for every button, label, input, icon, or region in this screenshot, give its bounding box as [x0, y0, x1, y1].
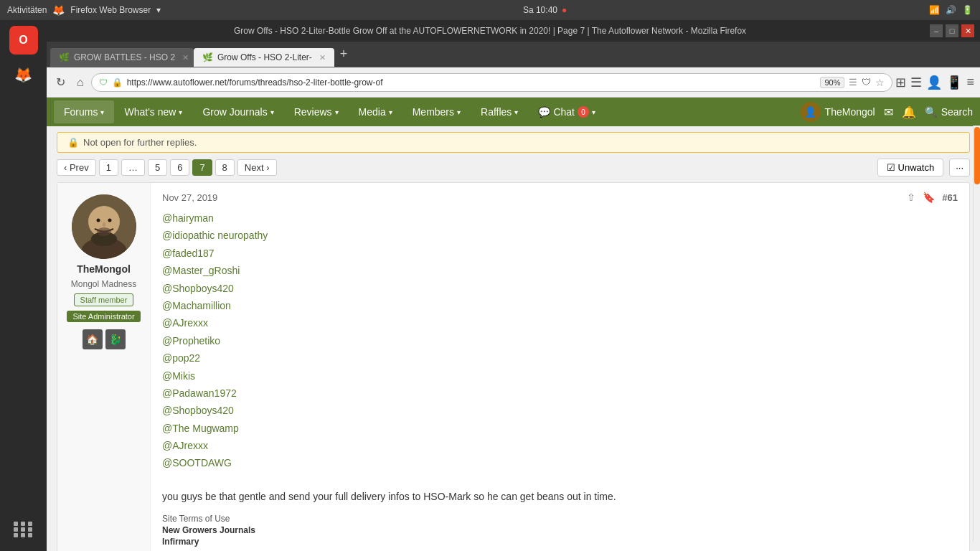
firefox-sidebar-icon[interactable]: 🦊: [9, 60, 38, 89]
os-bar: Aktivitäten 🦊 Firefox Web Browser ▾ Sa 1…: [0, 0, 980, 20]
mention-prophetiko[interactable]: @Prophetiko: [162, 333, 958, 349]
nav-item-media[interactable]: Media ▾: [349, 100, 402, 123]
browser-sidebar: O 🦊: [0, 20, 47, 551]
bell-icon[interactable]: 🔔: [902, 105, 916, 119]
page-button-7-active[interactable]: 7: [192, 159, 212, 176]
star-icon[interactable]: ☆: [875, 77, 885, 88]
lock-icon: 🔒: [112, 77, 123, 88]
page-content: 🔒 Not open for further replies. ‹ Prev 1…: [47, 126, 980, 551]
tab-grow-battles[interactable]: 🌿 GROW BATTLES - HSO 2 ✕: [50, 48, 194, 67]
activities-label[interactable]: Aktivitäten: [7, 5, 47, 15]
mention-machamillion[interactable]: @Machamillion: [162, 298, 958, 314]
user-menu[interactable]: 👤 TheMongol: [801, 102, 875, 122]
mention-shopboys420-1[interactable]: @Shopboys420: [162, 281, 958, 296]
page-button-6[interactable]: 6: [170, 159, 189, 176]
page-button-5[interactable]: 5: [148, 159, 167, 176]
post-61-main-text: you guys be that gentle and send your fu…: [162, 489, 958, 504]
whats-new-arrow-icon: ▾: [179, 108, 182, 116]
mention-the-mugwamp[interactable]: @The Mugwamp: [162, 420, 958, 436]
wifi-icon: 📶: [929, 5, 940, 15]
search-label: Search: [941, 106, 973, 118]
svg-point-4: [96, 219, 100, 222]
tab-favicon-2: 🌿: [202, 52, 213, 62]
forum-nav: Forums ▾ What's new ▾ Grow Journals ▾ Re…: [47, 98, 980, 126]
scrollbar[interactable]: [973, 126, 980, 542]
new-tab-button[interactable]: +: [334, 47, 354, 62]
share-icon[interactable]: ⇧: [907, 192, 915, 203]
mention-mikis[interactable]: @Mikis: [162, 368, 958, 384]
window-controls: – □ ✕: [930, 24, 974, 37]
next-page-button[interactable]: Next ›: [237, 159, 277, 176]
unwatch-label: Unwatch: [898, 162, 935, 173]
nav-extras: ⊞ ☰ 👤 📱 ≡: [895, 75, 974, 90]
account-icon[interactable]: 👤: [926, 75, 942, 90]
close-button[interactable]: ✕: [961, 24, 974, 37]
os-bar-left: Aktivitäten 🦊 Firefox Web Browser ▾: [7, 4, 161, 16]
mention-pop22[interactable]: @pop22: [162, 350, 958, 366]
mention-shopboys420-2[interactable]: @Shopboys420: [162, 402, 958, 418]
new-growers-link[interactable]: New Growers Journals: [162, 525, 958, 535]
page-button-1[interactable]: 1: [99, 159, 118, 176]
firefox-icon: 🦊: [52, 4, 65, 16]
opera-icon[interactable]: O: [9, 26, 38, 55]
raffles-label: Raffles: [481, 106, 512, 118]
nav-item-whats-new[interactable]: What's new ▾: [114, 100, 192, 123]
mention-sootdawg[interactable]: @SOOTDAWG: [162, 455, 958, 471]
menu-icon[interactable]: ≡: [966, 75, 974, 90]
title-bar: Grow Offs - HSO 2-Liter-Bottle Grow Off …: [0, 20, 980, 42]
search-button[interactable]: 🔍 Search: [925, 106, 973, 118]
home-button[interactable]: ⌂: [72, 73, 88, 92]
tab-label-2: Grow Offs - HSO 2-Liter-: [217, 52, 312, 62]
chat-label: Chat: [553, 106, 575, 118]
nav-item-chat[interactable]: 💬 Chat 0 ▾: [528, 100, 606, 123]
minimize-button[interactable]: –: [930, 24, 943, 37]
nav-item-grow-journals[interactable]: Grow Journals ▾: [192, 100, 283, 123]
mention-idiopathic[interactable]: @idiopathic neuropathy: [162, 227, 958, 243]
lock-closed-icon: 🔒: [67, 137, 79, 148]
site-terms-link[interactable]: Site Terms of Use: [162, 514, 958, 524]
url-bar[interactable]: 🛡 🔒 https://www.autoflower.net/forums/th…: [91, 73, 893, 92]
nav-item-forums[interactable]: Forums ▾: [54, 100, 114, 123]
more-options-button[interactable]: ···: [949, 159, 970, 176]
nav-item-members[interactable]: Members ▾: [402, 100, 471, 123]
prev-page-button[interactable]: ‹ Prev: [57, 159, 96, 176]
infirmary-link[interactable]: Infirmary: [162, 537, 958, 547]
tab-close-1[interactable]: ✕: [182, 53, 189, 62]
tab-grow-offs[interactable]: 🌿 Grow Offs - HSO 2-Liter- ✕: [194, 48, 334, 67]
media-label: Media: [359, 106, 386, 118]
post-61-avatar-img: [72, 194, 136, 259]
bookmark-icon[interactable]: 🔖: [923, 192, 935, 203]
grow-journals-arrow-icon: ▾: [270, 108, 274, 116]
tab-close-2[interactable]: ✕: [319, 53, 326, 62]
members-label: Members: [413, 106, 454, 118]
library-icon[interactable]: ⊞: [895, 75, 906, 90]
nav-item-reviews[interactable]: Reviews ▾: [284, 100, 349, 123]
mention-faded187[interactable]: @faded187: [162, 245, 958, 261]
post-61-avatar: [72, 194, 136, 259]
mention-hairyman[interactable]: @hairyman: [162, 210, 958, 226]
whats-new-label: What's new: [124, 106, 176, 118]
post-61-sidebar: TheMongol Mongol Madness Staff member Si…: [57, 183, 151, 551]
user-icons: 🏠 🐉: [83, 329, 126, 349]
tablet-icon[interactable]: 📱: [946, 75, 962, 90]
mention-ajrexxx-1[interactable]: @AJrexxx: [162, 315, 958, 331]
unwatch-button[interactable]: ☑ Unwatch: [877, 159, 944, 176]
page-button-8[interactable]: 8: [215, 159, 235, 176]
mention-ajrexxx-2[interactable]: @AJrexxx: [162, 438, 958, 453]
volume-icon: 🔊: [946, 5, 956, 15]
tab-label-1: GROW BATTLES - HSO 2: [74, 52, 175, 62]
sync-icon[interactable]: ☰: [910, 75, 922, 90]
mail-icon[interactable]: ✉: [884, 105, 893, 119]
tab-bar: 🌿 GROW BATTLES - HSO 2 ✕ 🌿 Grow Offs - H…: [0, 42, 980, 67]
post-61-username[interactable]: TheMongol: [77, 263, 131, 275]
shield-check-icon[interactable]: 🛡: [862, 77, 871, 88]
reader-icon[interactable]: ☰: [849, 77, 857, 88]
mention-master-groshi[interactable]: @Master_gRoshi: [162, 263, 958, 278]
reload-button[interactable]: ↻: [52, 72, 70, 92]
nav-item-raffles[interactable]: Raffles ▾: [471, 100, 528, 123]
maximize-button[interactable]: □: [946, 24, 958, 37]
sidebar-apps-icon: [9, 515, 38, 544]
shield-icon: 🛡: [99, 77, 108, 88]
mention-padawan1972[interactable]: @Padawan1972: [162, 385, 958, 401]
post-61-usertitle: Mongol Madness: [71, 279, 136, 289]
